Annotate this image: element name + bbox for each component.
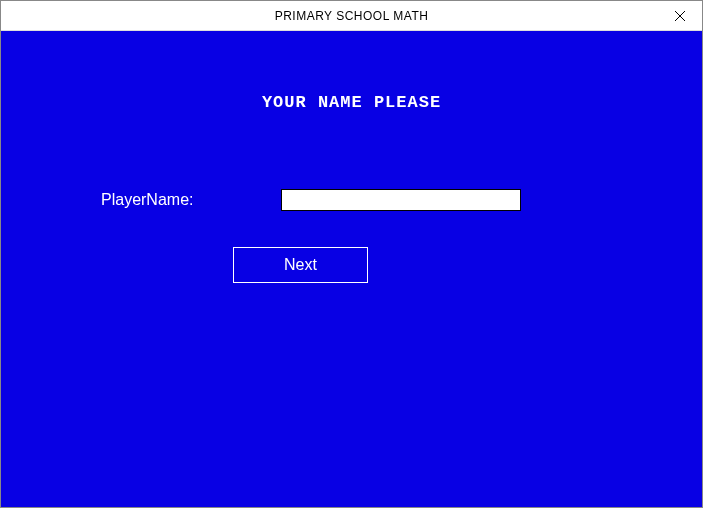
player-name-input[interactable] [281,189,521,211]
title-bar: PRIMARY SCHOOL MATH [1,1,702,31]
page-heading: YOUR NAME PLEASE [1,93,702,112]
close-icon [675,11,685,21]
content-area: YOUR NAME PLEASE PlayerName: Next [1,31,702,507]
player-name-label: PlayerName: [101,191,281,209]
close-button[interactable] [657,1,702,31]
app-window: PRIMARY SCHOOL MATH YOUR NAME PLEASE Pla… [0,0,703,508]
player-name-row: PlayerName: [101,189,602,211]
next-button[interactable]: Next [233,247,368,283]
window-title: PRIMARY SCHOOL MATH [275,9,429,23]
